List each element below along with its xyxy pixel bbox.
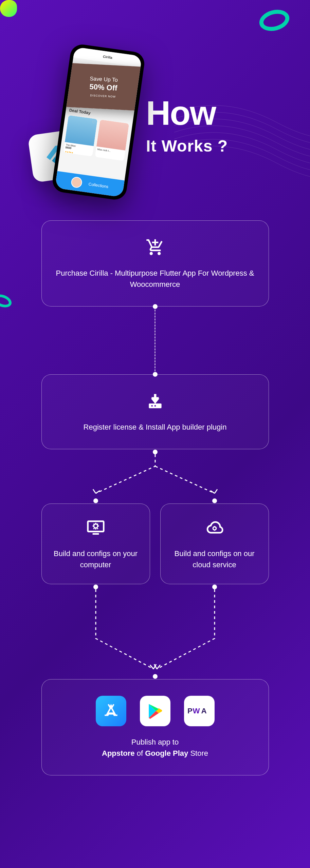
promo-banner: Save Up To 50% Off DISCOVER NOW: [58, 62, 142, 111]
google-play-icon: [140, 696, 170, 726]
flow-diagram: Purchase Cirilla - Multipurpose Flutter …: [0, 220, 310, 775]
store-icons-row: P W A: [55, 696, 255, 726]
svg-text:P: P: [187, 707, 193, 715]
svg-point-10: [93, 585, 98, 589]
connector: [154, 307, 156, 374]
svg-point-11: [212, 585, 217, 589]
phone-mockup: Cirilla Save Up To 50% Off DISCOVER NOW …: [51, 43, 146, 201]
svg-text:A: A: [201, 707, 206, 715]
bottom-nav-mock: Collections: [55, 171, 125, 197]
step-text: Purchase Cirilla - Multipurpose Flutter …: [55, 268, 255, 290]
svg-point-8: [94, 524, 98, 528]
svg-point-4: [93, 498, 98, 503]
step-build-local: Build and configs on your computer: [41, 504, 150, 584]
desktop-config-icon: [86, 517, 106, 538]
parallel-steps: Build and configs on your computer Build…: [41, 504, 269, 584]
svg-point-12: [153, 674, 158, 679]
step-text: Register license & Install App builder p…: [55, 421, 255, 433]
svg-point-2: [154, 405, 156, 407]
deal-card: ♡ Miss rock t...: [95, 120, 129, 161]
step-publish: P W A Publish app to Appstore of Google …: [41, 679, 269, 775]
step-text: Build and configs on your computer: [50, 548, 142, 570]
svg-point-1: [151, 405, 153, 407]
svg-point-5: [212, 498, 217, 503]
step-text: Build and configs on our cloud service: [169, 548, 260, 570]
step-build-cloud: Build and configs on our cloud service: [160, 504, 269, 584]
cloud-config-icon: [204, 517, 225, 538]
svg-point-3: [153, 450, 158, 454]
svg-rect-6: [88, 521, 104, 531]
appstore-icon: [96, 696, 126, 726]
step-purchase: Purchase Cirilla - Multipurpose Flutter …: [41, 220, 269, 307]
wave-decoration: [174, 95, 310, 197]
split-connector: [41, 449, 269, 504]
step-register: Register license & Install App builder p…: [41, 374, 269, 449]
deal-section: Deal Today ♡ The Biker $600 ★★★★★ ♡: [63, 108, 130, 161]
svg-rect-7: [92, 533, 99, 535]
pwa-icon: P W A: [184, 696, 215, 726]
publish-text: Publish app to Appstore of Google Play S…: [55, 736, 255, 759]
phone-illustration: Cirilla Save Up To 50% Off DISCOVER NOW …: [20, 44, 136, 207]
cart-plus-icon: [145, 237, 165, 257]
deco-blob-yellow: [0, 0, 17, 17]
svg-text:W: W: [193, 707, 200, 715]
merge-connector: [41, 584, 269, 679]
download-icon: [145, 391, 165, 411]
deal-card: ♡ The Biker $600 ★★★★★: [63, 115, 98, 157]
